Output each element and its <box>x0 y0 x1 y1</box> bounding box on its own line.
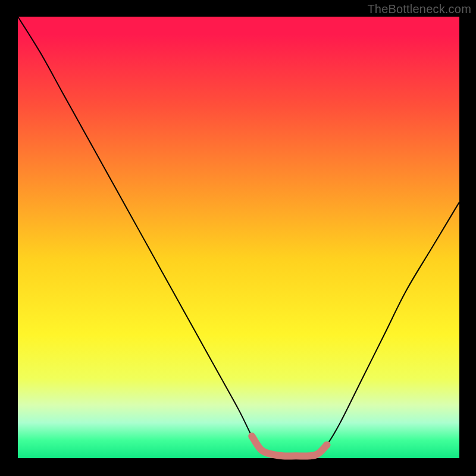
optimal-end-dot <box>323 441 330 449</box>
bottleneck-chart <box>0 0 476 476</box>
site-watermark: TheBottleneck.com <box>367 2 471 16</box>
plot-background <box>18 17 459 458</box>
chart-container: TheBottleneck.com <box>0 0 476 476</box>
